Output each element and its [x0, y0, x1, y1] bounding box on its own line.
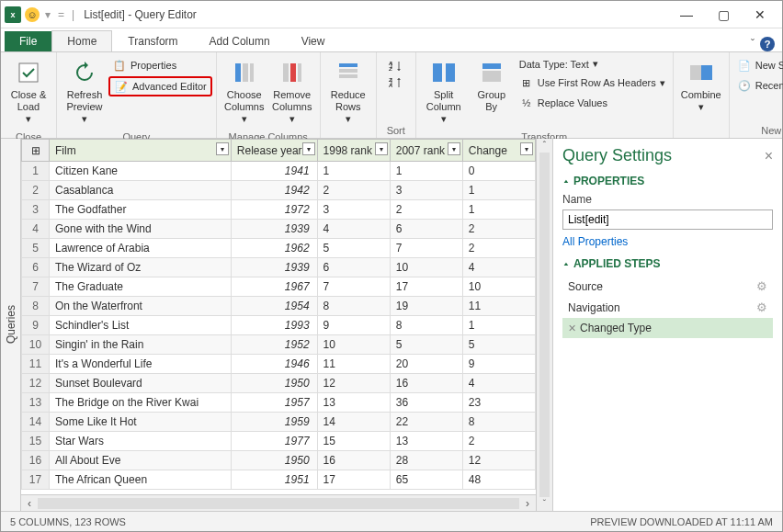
cell-year[interactable]: 1952: [231, 335, 317, 355]
gear-icon[interactable]: ⚙: [756, 279, 767, 293]
cell-year[interactable]: 1957: [231, 393, 317, 413]
tab-file[interactable]: File: [5, 31, 51, 51]
cell-year[interactable]: 1939: [231, 258, 317, 277]
cell-film[interactable]: Schindler's List: [50, 316, 232, 335]
cell-2007[interactable]: 6: [390, 220, 462, 239]
cell-1998[interactable]: 7: [317, 277, 390, 297]
tab-transform[interactable]: Transform: [112, 30, 193, 51]
group-by-button[interactable]: Group By: [468, 54, 516, 117]
column-header[interactable]: 1998 rank▾: [317, 140, 390, 162]
column-header[interactable]: Change▾: [462, 140, 535, 162]
cell-2007[interactable]: 36: [390, 393, 462, 413]
cell-change[interactable]: 48: [462, 470, 535, 490]
cell-film[interactable]: The Graduate: [50, 277, 232, 297]
cell-2007[interactable]: 28: [390, 451, 462, 470]
cell-1998[interactable]: 4: [317, 220, 390, 239]
cell-change[interactable]: 23: [462, 393, 535, 413]
cell-1998[interactable]: 1: [317, 162, 390, 181]
choose-columns-button[interactable]: Choose Columns ▾: [221, 54, 268, 130]
filter-icon[interactable]: ▾: [375, 142, 388, 155]
properties-header[interactable]: PROPERTIES: [562, 175, 773, 187]
table-row[interactable]: 10Singin' in the Rain19521055: [22, 335, 536, 355]
cell-year[interactable]: 1954: [231, 297, 317, 316]
cell-year[interactable]: 1939: [231, 220, 317, 239]
maximize-button[interactable]: ▢: [705, 2, 742, 28]
data-grid[interactable]: ⊞Film▾Release year▾1998 rank▾2007 rank▾C…: [21, 139, 536, 494]
cell-film[interactable]: The Bridge on the River Kwai: [50, 393, 232, 413]
cell-2007[interactable]: 19: [390, 297, 462, 316]
ribbon-collapse[interactable]: ˇ: [751, 38, 755, 51]
cell-change[interactable]: 11: [462, 297, 535, 316]
cell-year[interactable]: 1967: [231, 277, 317, 297]
cell-film[interactable]: Some Like It Hot: [50, 413, 232, 432]
all-properties-link[interactable]: All Properties: [562, 235, 628, 248]
cell-change[interactable]: 4: [462, 258, 535, 277]
cell-film[interactable]: The Wizard of Oz: [50, 258, 232, 277]
table-row[interactable]: 15Star Wars197715132: [22, 432, 536, 451]
cell-film[interactable]: Star Wars: [50, 432, 232, 451]
sort-desc-button[interactable]: ZA: [384, 74, 408, 91]
applied-step[interactable]: Source⚙: [562, 276, 773, 297]
horizontal-scrollbar[interactable]: ‹›: [21, 494, 536, 511]
tab-home[interactable]: Home: [51, 30, 112, 51]
data-type-button[interactable]: Data Type: Text ▾: [516, 56, 669, 72]
cell-2007[interactable]: 17: [390, 277, 462, 297]
cell-film[interactable]: All About Eve: [50, 451, 232, 470]
new-source-button[interactable]: 📄New Source ▾: [733, 56, 783, 74]
cell-1998[interactable]: 10: [317, 335, 390, 355]
vertical-scrollbar[interactable]: ˆ ˇ: [536, 139, 552, 511]
cell-year[interactable]: 1950: [231, 451, 317, 470]
cell-change[interactable]: 12: [462, 451, 535, 470]
applied-steps-header[interactable]: APPLIED STEPS: [562, 257, 773, 270]
recent-sources-button[interactable]: 🕑Recent Sources ▾: [733, 76, 783, 95]
table-row[interactable]: 9Schindler's List1993981: [22, 316, 536, 335]
cell-film[interactable]: On the Waterfront: [50, 297, 232, 316]
cell-1998[interactable]: 17: [317, 470, 390, 490]
cell-year[interactable]: 1942: [231, 181, 317, 200]
refresh-preview-button[interactable]: Refresh Preview ▾: [61, 54, 108, 130]
cell-2007[interactable]: 1: [390, 162, 462, 181]
cell-2007[interactable]: 5: [390, 335, 462, 355]
cell-1998[interactable]: 14: [317, 413, 390, 432]
table-row[interactable]: 2Casablanca1942231: [22, 181, 536, 200]
settings-close-icon[interactable]: ×: [765, 148, 773, 164]
combine-button[interactable]: Combine ▾: [677, 54, 725, 117]
applied-step[interactable]: Navigation⚙: [562, 297, 773, 318]
table-row[interactable]: 13The Bridge on the River Kwai1957133623: [22, 393, 536, 413]
table-row[interactable]: 5Lawrence of Arabia1962572: [22, 239, 536, 258]
cell-1998[interactable]: 2: [317, 181, 390, 200]
table-row[interactable]: 3The Godfather1972321: [22, 200, 536, 220]
filter-icon[interactable]: ▾: [216, 142, 229, 155]
delete-step-icon[interactable]: ✕: [568, 323, 576, 334]
cell-change[interactable]: 10: [462, 277, 535, 297]
cell-change[interactable]: 0: [462, 162, 535, 181]
cell-2007[interactable]: 20: [390, 355, 462, 374]
cell-film[interactable]: The African Queen: [50, 470, 232, 490]
replace-values-button[interactable]: ½Replace Values: [516, 94, 669, 112]
cell-year[interactable]: 1977: [231, 432, 317, 451]
cell-2007[interactable]: 10: [390, 258, 462, 277]
first-row-headers-button[interactable]: ⊞Use First Row As Headers ▾: [516, 74, 669, 92]
properties-button[interactable]: 📋Properties: [108, 56, 212, 74]
cell-film[interactable]: Casablanca: [50, 181, 232, 200]
cell-year[interactable]: 1950: [231, 374, 317, 393]
table-row[interactable]: 16All About Eve1950162812: [22, 451, 536, 470]
split-column-button[interactable]: Split Column ▾: [420, 54, 468, 130]
cell-year[interactable]: 1959: [231, 413, 317, 432]
table-row[interactable]: 7The Graduate196771710: [22, 277, 536, 297]
cell-change[interactable]: 1: [462, 316, 535, 335]
cell-year[interactable]: 1972: [231, 200, 317, 220]
cell-2007[interactable]: 8: [390, 316, 462, 335]
cell-2007[interactable]: 3: [390, 181, 462, 200]
cell-year[interactable]: 1946: [231, 355, 317, 374]
cell-2007[interactable]: 2: [390, 200, 462, 220]
filter-icon[interactable]: ▾: [520, 142, 533, 155]
cell-film[interactable]: Sunset Boulevard: [50, 374, 232, 393]
cell-film[interactable]: The Godfather: [50, 200, 232, 220]
cell-change[interactable]: 1: [462, 200, 535, 220]
cell-1998[interactable]: 5: [317, 239, 390, 258]
cell-film[interactable]: Gone with the Wind: [50, 220, 232, 239]
table-row[interactable]: 11It's a Wonderful Life194611209: [22, 355, 536, 374]
filter-icon[interactable]: ▾: [302, 142, 315, 155]
column-header[interactable]: Film▾: [50, 140, 232, 162]
